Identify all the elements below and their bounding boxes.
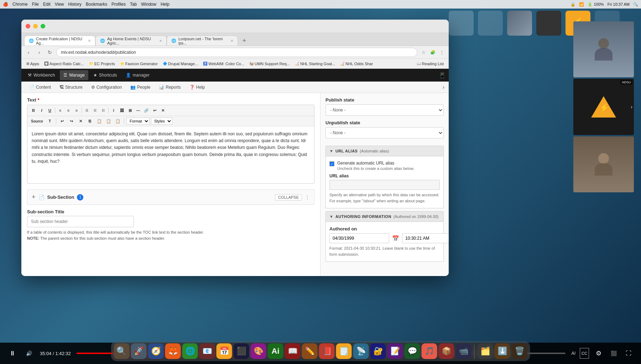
dock-music[interactable]: 🎵 xyxy=(422,343,437,359)
menu-view[interactable]: View xyxy=(55,2,64,7)
dock-firefox[interactable]: 🦊 xyxy=(165,343,181,359)
rte-table[interactable]: ⊞ xyxy=(126,106,134,114)
rte-text-color[interactable]: T xyxy=(46,117,54,125)
menu-window[interactable]: Window xyxy=(141,2,156,7)
rte-paste-text[interactable]: 📋 xyxy=(105,117,113,125)
bookmark-favicon[interactable]: ⭐ Favicon Generator xyxy=(118,60,160,68)
sub-section-menu[interactable]: ⋮ xyxy=(305,194,310,200)
generate-alias-checkbox[interactable]: ✓ xyxy=(329,161,334,166)
dock-id[interactable]: 📖 xyxy=(285,343,301,359)
menu-edit[interactable]: Edit xyxy=(43,2,51,7)
url-alias-section-header[interactable]: ▼ URL ALIAS (Automatic alias) xyxy=(325,146,444,156)
bookmark-ec[interactable]: 📁 EC Projects xyxy=(87,60,117,68)
dock-finder2[interactable]: 🗂️ xyxy=(478,343,493,359)
rte-source[interactable]: Source xyxy=(30,117,45,125)
dock-acrobat[interactable]: 📕 xyxy=(319,343,335,359)
rte-italic[interactable]: I xyxy=(38,106,46,114)
address-input[interactable] xyxy=(56,48,417,57)
rte-unlink[interactable]: ↩ xyxy=(151,106,158,114)
window-close-btn[interactable] xyxy=(26,24,30,28)
dock-chrome[interactable]: 🌐 xyxy=(182,343,198,359)
menu-history[interactable]: History xyxy=(68,2,82,7)
reload-btn[interactable]: ↻ xyxy=(46,48,54,57)
rte-format-select[interactable]: Format xyxy=(126,118,150,125)
menu-help[interactable]: Help xyxy=(161,2,170,7)
tab-2-close[interactable]: ✕ xyxy=(159,39,162,43)
rte-bold[interactable]: B xyxy=(30,106,37,114)
dock-trash[interactable]: 🗑️ xyxy=(512,343,527,359)
ai-label[interactable]: Ai xyxy=(571,351,575,356)
subsection-title-input[interactable] xyxy=(27,216,134,227)
rte-link[interactable]: 🔗 xyxy=(142,106,150,114)
dock-ai[interactable]: Ai xyxy=(268,343,283,359)
menu-profiles[interactable]: Profiles xyxy=(111,2,126,7)
rte-redo[interactable]: ↪ xyxy=(68,117,75,125)
cms-workbench[interactable]: ⚒ Workbench xyxy=(24,70,58,80)
dock-finder[interactable]: 🔍 xyxy=(114,343,130,359)
rte-image[interactable]: 🖼 xyxy=(118,106,126,114)
sub-section-collapse-btn[interactable]: COLLAPSE xyxy=(275,194,302,201)
subnav-right-arrow[interactable]: › xyxy=(443,84,444,90)
apple-menu[interactable]: 🍎 xyxy=(3,2,8,7)
dock-mail[interactable]: 📧 xyxy=(199,343,215,359)
cc-btn[interactable]: CC xyxy=(580,348,589,359)
tab-2[interactable]: 🌐 Ag Home Events | NDSU Agric... ✕ xyxy=(95,36,167,46)
dock-notes[interactable]: 📝 xyxy=(387,343,403,359)
dock-ps[interactable]: 🎨 xyxy=(251,343,266,359)
new-tab-btn[interactable]: + xyxy=(239,36,249,46)
dock-terminal[interactable]: ⬛ xyxy=(234,343,249,359)
auth-time-input[interactable] xyxy=(402,233,449,243)
more-icon[interactable]: ⋮ xyxy=(438,48,446,56)
dock-sticky[interactable]: 🗒️ xyxy=(336,343,352,359)
subnav-content[interactable]: 📄 Content xyxy=(26,83,54,92)
url-alias-input[interactable] xyxy=(329,180,440,190)
unpublish-state-select[interactable]: - None - xyxy=(325,127,444,139)
rte-paste-word[interactable]: 📋 xyxy=(114,117,122,125)
menu-file[interactable]: File xyxy=(32,2,39,7)
bookmark-webaim[interactable]: ♿ WebAIM: Color Co... xyxy=(201,60,246,68)
rte-indent[interactable]: ⁝⁝ xyxy=(99,106,107,114)
dock-downloads[interactable]: ⬇️ xyxy=(495,343,510,359)
dock-xd[interactable]: ✏️ xyxy=(302,343,318,359)
window-minimize-btn[interactable] xyxy=(33,24,38,28)
tab-1[interactable]: 🌐 Create Publication | NDSU Ag... ✕ xyxy=(24,36,95,46)
rte-underline[interactable]: U xyxy=(46,106,54,114)
dock-calendar[interactable]: 📅 xyxy=(217,343,232,359)
tab-1-close[interactable]: ✕ xyxy=(88,39,91,43)
fullscreen-btn[interactable]: ⛶ xyxy=(623,348,634,359)
bookmark-reading[interactable]: 📖 Reading List xyxy=(415,60,446,68)
dock-safari[interactable]: 🧭 xyxy=(148,343,164,359)
bookmark-aspect[interactable]: 🔲 Aspect Ratio Calc... xyxy=(42,60,86,68)
rte-fullscreen[interactable]: ✕ xyxy=(159,106,167,114)
rte-align-right[interactable]: ≡ xyxy=(73,106,80,114)
subnav-people[interactable]: 👥 People xyxy=(127,83,154,92)
panel-arrow[interactable]: › xyxy=(631,104,632,110)
bookmark-apps[interactable]: ⊞ Apps xyxy=(24,60,41,68)
auth-date-input[interactable] xyxy=(329,233,389,243)
tab-3[interactable]: 🌐 Loripsum.net - The 'lorem ips... ✕ xyxy=(167,36,238,46)
cms-manage[interactable]: ☰ Manage xyxy=(60,70,88,80)
window-maximize-btn[interactable] xyxy=(41,24,45,28)
desktop-icon-1[interactable] xyxy=(449,11,474,36)
play-pause-btn[interactable]: ⏸ xyxy=(7,348,18,359)
rte-ordered-list[interactable]: ⁝⁝ xyxy=(91,106,99,114)
rte-align-center[interactable]: ≡ xyxy=(64,106,72,114)
subnav-structure[interactable]: 🏗 Structure xyxy=(56,83,86,92)
mobile-toggle[interactable]: 📱 xyxy=(439,72,446,79)
subnav-configuration[interactable]: ⚙ Configuration xyxy=(88,83,125,92)
theater-btn[interactable]: ⬛ xyxy=(608,348,619,359)
calendar-icon[interactable]: 📅 xyxy=(392,235,399,242)
subnav-help[interactable]: ❓ Help xyxy=(186,83,209,92)
rte-styles-select[interactable]: Styles xyxy=(151,118,172,125)
bookmark-drupal[interactable]: 🔷 Drupal Manage... xyxy=(161,60,200,68)
extension-icon[interactable]: 🧩 xyxy=(429,48,437,56)
rte-unordered-list[interactable]: ⁝⁝ xyxy=(83,106,91,114)
dock-appstore[interactable]: 📦 xyxy=(439,343,454,359)
rte-copy[interactable]: ⎘ xyxy=(86,117,94,125)
rte-undo[interactable]: ↩ xyxy=(58,117,66,125)
dock-slack[interactable]: 💬 xyxy=(405,343,420,359)
menu-chrome[interactable]: Chrome xyxy=(12,2,28,7)
publish-state-select[interactable]: - None - xyxy=(325,104,444,116)
forward-btn[interactable]: › xyxy=(35,48,43,57)
spotlight-icon[interactable]: 🔍 xyxy=(633,2,638,7)
